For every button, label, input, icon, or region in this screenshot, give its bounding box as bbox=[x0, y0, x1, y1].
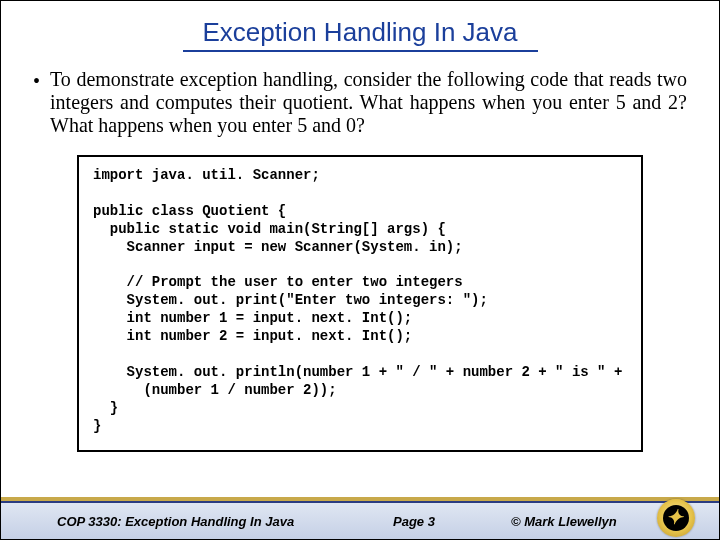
logo-star-icon: ✦ bbox=[666, 507, 683, 527]
title-text: Exception Handling In Java bbox=[202, 17, 517, 47]
footer-accent bbox=[1, 497, 719, 501]
slide-body: • To demonstrate exception handling, con… bbox=[1, 62, 719, 452]
bullet-item: • To demonstrate exception handling, con… bbox=[33, 68, 687, 137]
footer-course: COP 3330: Exception Handling In Java bbox=[57, 514, 294, 529]
footer-page: Page 3 bbox=[393, 514, 435, 529]
code-block: import java. util. Scanner; public class… bbox=[77, 155, 643, 452]
slide-title: Exception Handling In Java bbox=[1, 17, 719, 52]
footer-copyright: © Mark Llewellyn bbox=[511, 514, 617, 529]
logo-outer-ring: ✦ bbox=[657, 499, 695, 537]
slide: Exception Handling In Java • To demonstr… bbox=[0, 0, 720, 540]
bullet-text: To demonstrate exception handling, consi… bbox=[50, 68, 687, 137]
footer-bar: COP 3330: Exception Handling In Java Pag… bbox=[1, 501, 719, 539]
ucf-logo: ✦ bbox=[657, 499, 695, 537]
bullet-dot: • bbox=[33, 70, 40, 93]
title-underline bbox=[183, 50, 538, 52]
